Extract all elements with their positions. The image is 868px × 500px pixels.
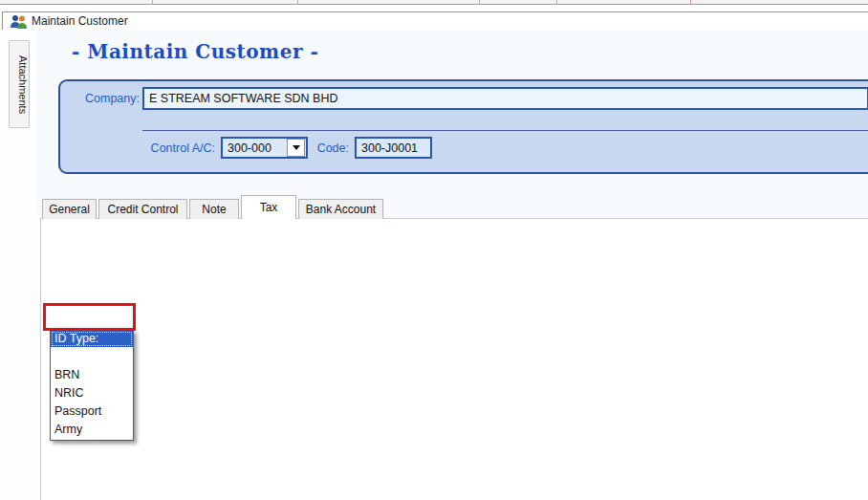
toolbar-separator [690,0,691,4]
tab-credit-control[interactable]: Credit Control [98,199,187,219]
dropdown-arrow-icon [293,145,300,150]
dropdown-item-blank[interactable] [51,347,133,367]
id-type-dropdown-list: ID Type: BRN NRIC Passport Army [50,330,134,441]
tab-content-panel [40,218,868,500]
toolbar-separator [556,0,557,4]
company-input[interactable]: E STREAM SOFTWARE SDN BHD [142,87,868,110]
toolbar-separator [479,0,480,4]
users-icon [10,14,28,29]
dropdown-item-army[interactable]: Army [51,422,133,440]
toolbar-separator [297,0,298,4]
code-label: Code: [311,141,349,155]
window-titlebar [2,11,868,30]
company-label: Company: [55,92,140,105]
attachments-tab[interactable]: Attachments [9,40,30,128]
tab-bank-account[interactable]: Bank Account [298,199,383,219]
tab-tax[interactable]: Tax [241,195,296,219]
dropdown-item-id-type[interactable]: ID Type: [51,331,133,347]
top-toolbar-edge [0,0,868,5]
app-window: Maintain Customer Attachments - Maintain… [0,0,868,500]
control-ac-label: Control A/C: [115,141,215,155]
panel-divider [142,130,868,131]
tab-note[interactable]: Note [189,199,239,219]
window-title: Maintain Customer [32,14,128,28]
control-ac-dropdown-button[interactable] [287,139,305,157]
code-input[interactable]: 300-J0001 [355,137,432,159]
control-ac-value: 300-000 [228,141,271,155]
tab-general[interactable]: General [42,199,97,219]
dropdown-item-brn[interactable]: BRN [51,367,133,385]
dropdown-item-passport[interactable]: Passport [51,403,133,422]
page-title: - Maintain Customer - [72,40,318,63]
toolbar-separator [152,0,153,4]
control-ac-combobox[interactable]: 300-000 [221,137,308,159]
dropdown-item-nric[interactable]: NRIC [51,385,133,403]
